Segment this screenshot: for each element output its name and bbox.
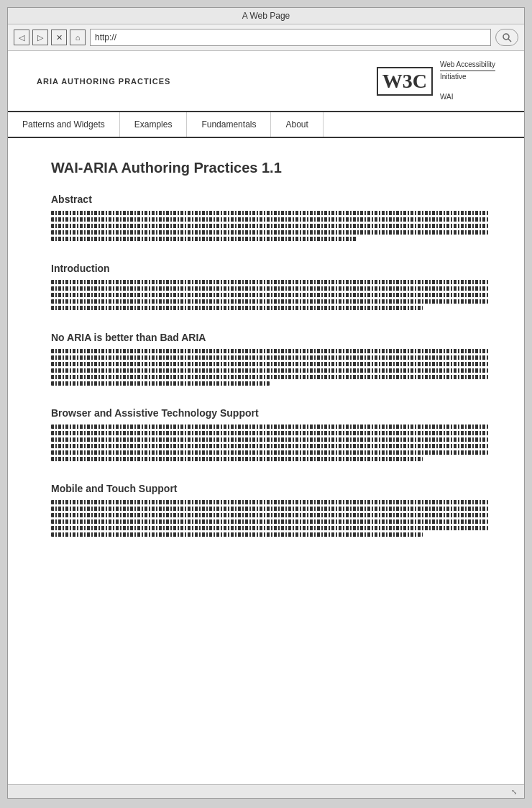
forward-button[interactable]: ▷ [32,29,48,45]
back-button[interactable]: ◁ [14,29,29,45]
search-icon [502,32,512,42]
section-title-browser-support: Browser and Assistive Technology Support [51,407,488,419]
section-introduction: Introduction [51,263,488,310]
section-mobile: Mobile and Touch Support [51,483,488,537]
section-title-no-aria: No ARIA is better than Bad ARIA [51,332,488,343]
nav-item-fundamentals[interactable]: Fundamentals [187,112,271,137]
site-header: ARIA AUTHORING PRACTICES W3C Web Accessi… [8,51,524,112]
nav-item-about[interactable]: About [271,112,323,137]
w3c-subtitle-line1: Web Accessibility [440,60,495,70]
no-aria-content [51,349,488,386]
document-title: WAI-ARIA Authoring Practices 1.1 [51,160,488,176]
w3c-subtitle-line2-3: Initiative WAI [440,72,495,102]
section-title-abstract: Abstract [51,194,488,205]
introduction-content [51,280,488,310]
browser-chrome: ◁ ▷ ✕ ⌂ [8,24,524,51]
section-title-mobile: Mobile and Touch Support [51,483,488,494]
section-title-introduction: Introduction [51,263,488,274]
section-abstract: Abstract [51,194,488,241]
nav-item-examples[interactable]: Examples [120,112,188,137]
search-button[interactable] [495,29,518,46]
resize-handle[interactable]: ⤡ [510,787,518,796]
w3c-subtitle: Web Accessibility Initiative WAI [440,60,495,102]
status-bar: ⤡ [8,784,524,798]
browser-window: A Web Page ◁ ▷ ✕ ⌂ ARIA AUTHORING PRACTI… [7,7,525,799]
nav-item-patterns[interactable]: Patterns and Widgets [8,112,120,137]
nav-buttons: ◁ ▷ ✕ ⌂ [14,29,86,45]
abstract-content [51,211,488,241]
stop-button[interactable]: ✕ [51,29,67,45]
address-bar[interactable] [90,29,491,46]
section-browser-support: Browser and Assistive Technology Support [51,407,488,461]
mobile-content [51,500,488,537]
page-title-bar: A Web Page [242,11,290,21]
w3c-logo-area: W3C Web Accessibility Initiative WAI [377,60,495,102]
section-no-aria: No ARIA is better than Bad ARIA [51,332,488,386]
nav-bar: Patterns and Widgets Examples Fundamenta… [8,112,524,138]
svg-line-1 [508,39,511,42]
page-content: ARIA AUTHORING PRACTICES W3C Web Accessi… [8,51,524,784]
w3c-logo: W3C [377,67,433,96]
main-content: WAI-ARIA Authoring Practices 1.1 Abstrac… [8,138,524,784]
title-bar: A Web Page [8,8,524,24]
home-button[interactable]: ⌂ [70,29,86,45]
site-title-text: ARIA AUTHORING PRACTICES [37,77,170,86]
svg-point-0 [503,34,509,40]
browser-support-content [51,425,488,461]
